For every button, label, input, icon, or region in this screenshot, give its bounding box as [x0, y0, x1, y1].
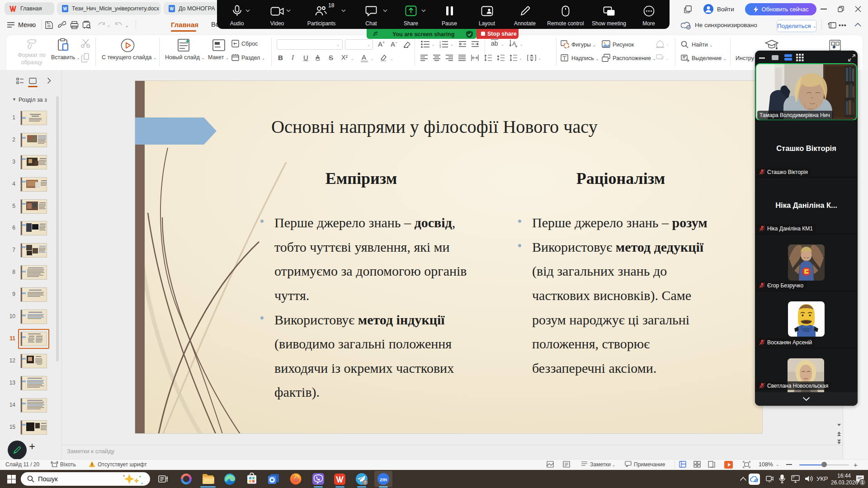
svg-text:zm: zm	[380, 477, 387, 482]
svg-text:3: 3	[439, 46, 441, 48]
svg-text:7: 7	[364, 480, 366, 485]
